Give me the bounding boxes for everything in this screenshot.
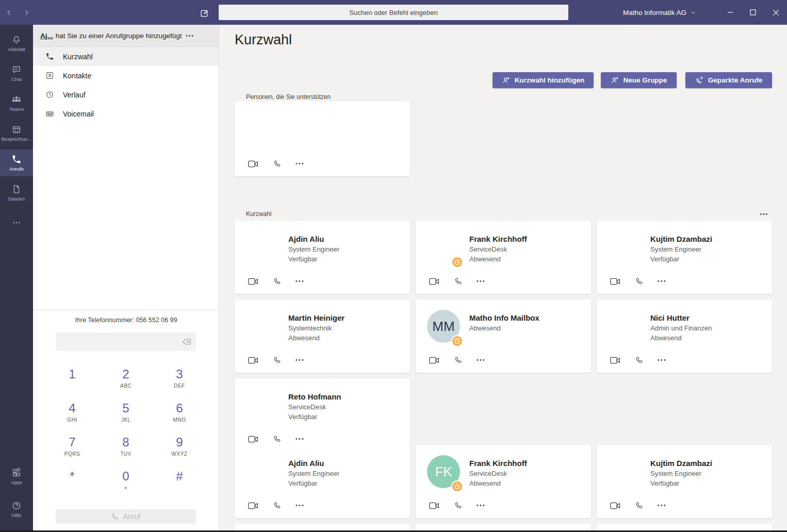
sidebar-item-label: Kontakte xyxy=(63,72,91,80)
call-button[interactable]: Anruf xyxy=(56,509,196,524)
card-actions: ••• xyxy=(429,501,486,510)
more-options-button[interactable]: ••• xyxy=(658,503,667,508)
call-group-banner[interactable]: Aj... hat Sie zu einer Anrufgruppe hinzu… xyxy=(33,25,219,47)
close-button[interactable] xyxy=(764,0,787,25)
more-options-button[interactable]: ••• xyxy=(296,161,305,167)
audio-call-button[interactable] xyxy=(635,277,644,286)
card-actions: ••• xyxy=(610,356,667,364)
contact-card[interactable]: Kujtim Dzambazi System Engineer Verfügba… xyxy=(597,445,772,518)
rail-item-apps[interactable]: Apps xyxy=(0,463,33,490)
sidebar-item-kurzwahl[interactable]: Kurzwahl xyxy=(33,47,219,66)
contact-card[interactable]: Nici Hutter Admin und Finanzen Abwesend … xyxy=(597,300,772,373)
sidebar-item-verlauf[interactable]: Verlauf xyxy=(33,85,219,104)
rail-item-teams[interactable]: Teams xyxy=(0,90,33,117)
more-options-button[interactable]: ••• xyxy=(477,503,486,508)
dialpad-key-2[interactable]: 2 ABC xyxy=(99,362,153,396)
dialpad-key-4[interactable]: 4 GHI xyxy=(45,396,99,430)
audio-call-button[interactable] xyxy=(273,356,282,364)
forward-button[interactable] xyxy=(21,7,32,18)
video-call-button[interactable] xyxy=(248,278,259,285)
contact-info: Ajdin Aliu System Engineer Verfügbar xyxy=(288,458,405,488)
search-input[interactable] xyxy=(219,5,568,20)
audio-call-button[interactable] xyxy=(635,501,644,510)
minimize-button[interactable] xyxy=(719,0,742,25)
dialpad-key-1[interactable]: 1 xyxy=(45,362,99,396)
compose-icon[interactable] xyxy=(199,7,210,19)
video-call-button[interactable] xyxy=(248,436,259,443)
audio-call-button[interactable] xyxy=(273,501,282,510)
audio-call-button[interactable] xyxy=(454,501,463,510)
audio-call-button[interactable] xyxy=(273,277,282,286)
rail-item-anrufe[interactable]: Anrufe xyxy=(0,149,33,176)
sidebar-item-kontakte[interactable]: Kontakte xyxy=(33,66,219,85)
dialpad-key-0[interactable]: 0 + xyxy=(99,464,153,498)
contact-card[interactable]: FK Frank Kirchhoff ServiceDesk Abwesend … xyxy=(416,445,591,518)
more-options-button[interactable]: ••• xyxy=(296,357,305,363)
dialpad-input[interactable] xyxy=(56,332,196,351)
contact-card[interactable]: Ajdin Aliu System Engineer Verfügbar ••• xyxy=(235,445,410,518)
contact-card[interactable]: MM Matho Info Mailbox Abwesend ••• xyxy=(416,300,591,373)
video-call-button[interactable] xyxy=(248,502,259,509)
more-options-button[interactable]: ••• xyxy=(658,278,667,284)
backspace-icon[interactable] xyxy=(182,337,192,349)
more-options-icon[interactable]: ••• xyxy=(186,33,194,39)
sidebar-item-label: Kurzwahl xyxy=(63,53,93,61)
rail-item-hilfe[interactable]: Hilfe xyxy=(0,496,33,523)
video-call-button[interactable] xyxy=(429,502,440,509)
more-options-button[interactable]: ••• xyxy=(658,357,667,363)
phone-icon xyxy=(45,52,54,61)
video-call-button[interactable] xyxy=(248,160,259,168)
contact-info: Frank Kirchhoff ServiceDesk Abwesend xyxy=(469,458,586,488)
audio-call-button[interactable] xyxy=(635,356,644,364)
add-speed-dial-button[interactable]: Kurzwahl hinzufügen xyxy=(493,72,594,88)
more-options-button[interactable]: ••• xyxy=(296,436,305,442)
audio-call-button[interactable] xyxy=(454,356,463,364)
maximize-button[interactable] xyxy=(742,0,764,25)
back-button[interactable] xyxy=(3,7,14,18)
video-call-button[interactable] xyxy=(610,357,621,364)
contact-info: Martin Heiniger Systemtechnik Abwesend xyxy=(288,313,405,342)
dialpad-key-9[interactable]: 9 WXYZ xyxy=(153,430,206,464)
contact-role: Systemtechnik xyxy=(288,324,405,332)
video-call-button[interactable] xyxy=(429,357,440,364)
more-options-button[interactable]: ••• xyxy=(296,503,305,508)
more-options-button[interactable]: ••• xyxy=(477,278,486,284)
rail-item-label: Chat xyxy=(11,76,22,82)
contact-card[interactable]: Ajdin Aliu System Engineer Verfügbar ••• xyxy=(235,221,410,294)
contact-info: Ajdin Aliu System Engineer Verfügbar xyxy=(288,234,405,263)
audio-call-button[interactable] xyxy=(273,435,282,443)
contact-card[interactable]: ••• xyxy=(235,101,410,176)
new-group-button[interactable]: Neue Gruppe xyxy=(601,72,677,88)
contact-card[interactable]: Frank Kirchhoff ServiceDesk Abwesend ••• xyxy=(416,221,591,294)
dialpad-key-3[interactable]: 3 DEF xyxy=(153,362,206,396)
rail-item-more[interactable] xyxy=(0,209,33,236)
section-more-button[interactable]: ••• xyxy=(760,211,768,217)
rail-item-besprechun[interactable]: Besprechun... xyxy=(0,120,33,146)
audio-call-button[interactable] xyxy=(273,159,282,168)
video-call-button[interactable] xyxy=(248,357,259,364)
rail-item-aktivit-t[interactable]: Aktivität xyxy=(0,30,33,57)
contact-card[interactable]: Reto Hofmann ServiceDesk Verfügbar ••• xyxy=(235,378,410,452)
rail-item-chat[interactable]: Chat xyxy=(0,60,33,87)
sidebar-item-voicemail[interactable]: Voicemail xyxy=(33,104,219,123)
more-options-button[interactable]: ••• xyxy=(477,357,486,363)
dialpad-key-5[interactable]: 5 JKL xyxy=(99,396,153,430)
contact-card[interactable]: Martin Heiniger Systemtechnik Abwesend •… xyxy=(235,300,410,373)
dialpad-key-star[interactable]: * xyxy=(45,464,99,498)
video-call-button[interactable] xyxy=(610,502,621,509)
dialpad-key-8[interactable]: 8 TUV xyxy=(99,430,153,464)
dialpad-key-6[interactable]: 6 MNO xyxy=(153,396,206,430)
video-call-button[interactable] xyxy=(429,278,440,285)
parked-calls-button[interactable]: Geparkte Anrufe xyxy=(685,72,772,88)
dialpad-key-hash[interactable]: # xyxy=(153,464,206,498)
contact-card[interactable]: Kujtim Dzambazi System Engineer Verfügba… xyxy=(597,221,772,294)
own-phone-number: Ihre Telefonnummer: 056 552 06 99 xyxy=(33,317,219,324)
more-options-button[interactable]: ••• xyxy=(296,278,305,284)
dialpad-key-7[interactable]: 7 PQRS xyxy=(45,430,99,464)
contact-info: Matho Info Mailbox Abwesend xyxy=(469,313,586,332)
audio-call-button[interactable] xyxy=(454,277,463,286)
more-icon xyxy=(11,218,22,228)
rail-item-dateien[interactable]: Dateien xyxy=(0,179,33,206)
org-switcher[interactable]: Matho Informatik AG xyxy=(623,0,696,25)
video-call-button[interactable] xyxy=(610,278,621,285)
